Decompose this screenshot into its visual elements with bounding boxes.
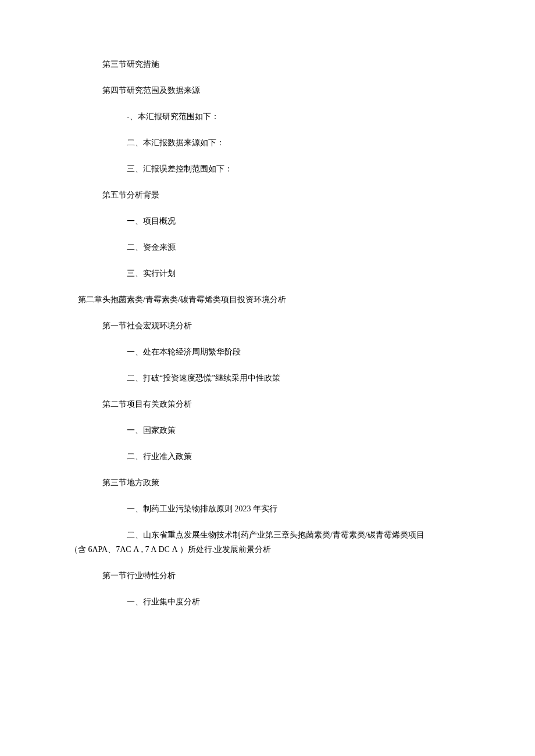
toc-item: 一、项目概况	[70, 215, 465, 227]
toc-item: 三、汇报误差控制范围如下：	[70, 163, 465, 175]
toc-chapter: 第二章头抱菌素类/青霉素类/碳青霉烯类项目投资环境分析	[70, 293, 465, 306]
toc-item: 二、本汇报数据来源如下：	[70, 137, 465, 149]
toc-item: 三、实行计划	[70, 267, 465, 280]
toc-item: 二、行业准入政策	[70, 450, 465, 463]
toc-section: 第四节研究范围及数据来源	[70, 84, 465, 96]
toc-item: 一、行业集中度分析	[70, 596, 465, 608]
toc-section: 第三节地方政策	[70, 476, 465, 489]
toc-item: -、本汇报研究范围如下：	[70, 110, 465, 123]
toc-section: 第五节分析背景	[70, 189, 465, 201]
toc-item: 一、制药工业污染物排放原则 2023 年实行	[70, 503, 465, 515]
toc-item: 二、打破“投资速度恐慌”继续采用中性政策	[70, 372, 465, 384]
document-page: 第三节研究措施 第四节研究范围及数据来源 -、本汇报研究范围如下： 二、本汇报数…	[0, 0, 535, 756]
toc-item: 二、资金来源	[70, 241, 465, 253]
toc-section: 第三节研究措施	[70, 58, 465, 70]
toc-section: 第一节社会宏观环境分析	[70, 320, 465, 332]
toc-section: 第一节行业特性分析	[70, 569, 465, 582]
toc-section: 第二节项目有关政策分析	[70, 398, 465, 410]
toc-item: 一、处在本轮经济周期繁华阶段	[70, 346, 465, 358]
toc-item: 一、国家政策	[70, 424, 465, 436]
toc-item: 二、山东省重点发展生物技术制药产业第三章头抱菌素类/青霉素类/碳青霉烯类项目	[70, 529, 465, 541]
toc-item-continuation: （含 6APA、7AC Λ , 7 Λ DC Λ ）所处行.业发展前景分析	[70, 543, 465, 556]
